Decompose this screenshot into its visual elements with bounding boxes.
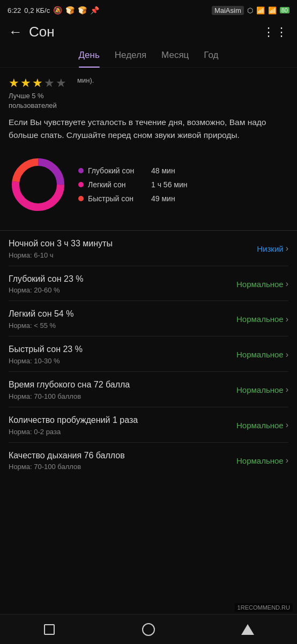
- tab-year[interactable]: Год: [204, 50, 218, 64]
- stat-title-light-sleep: Легкий сон 54 %: [9, 309, 236, 320]
- back-button[interactable]: ←: [9, 24, 23, 40]
- stat-title-breath-quality: Качество дыхания 76 баллов: [9, 450, 236, 462]
- stat-norm-light-sleep: Норма: < 55 %: [9, 321, 236, 330]
- stat-row-breath-quality[interactable]: Качество дыхания 76 баллов Норма: 70-100…: [9, 443, 288, 478]
- star-4: ★: [44, 76, 55, 90]
- stat-right-deep-sleep-time: Нормальное ›: [236, 385, 288, 394]
- nav-back-button[interactable]: [38, 618, 61, 641]
- dnd-icon: 🔕: [53, 6, 62, 14]
- star-rating: ★ ★ ★ ★ ★: [9, 76, 66, 90]
- stat-right-deep-sleep: Нормальное ›: [236, 279, 288, 289]
- donut-svg: [9, 155, 68, 214]
- light-sleep-label: Легкий сон: [88, 180, 147, 189]
- status-deep-sleep-time: Нормальное: [236, 385, 284, 394]
- deep-sleep-value: 48 мин: [151, 166, 175, 175]
- stat-left-night-sleep: Ночной сон 3 ч 33 минуты Норма: 6-10 ч: [9, 238, 257, 259]
- tab-week[interactable]: Неделя: [115, 50, 146, 64]
- star-5: ★: [56, 76, 66, 90]
- stat-norm-deep-sleep-time: Норма: 70-100 баллов: [9, 392, 236, 400]
- more-menu-button[interactable]: ⋮⋮: [263, 25, 288, 39]
- rem-sleep-value: 49 мин: [151, 194, 175, 203]
- app-bar: ← Сон ⋮⋮: [0, 19, 297, 45]
- stat-row-night-sleep[interactable]: Ночной сон 3 ч 33 минуты Норма: 6-10 ч Н…: [9, 231, 288, 266]
- stat-left-rem-sleep: Быстрый сон 23 % Норма: 10-30 %: [9, 344, 236, 365]
- status-deep-sleep: Нормальное: [236, 280, 284, 289]
- stat-norm-deep-sleep: Норма: 20-60 %: [9, 286, 236, 294]
- chevron-rem-sleep: ›: [286, 350, 288, 360]
- stat-title-deep-sleep: Глубокий сон 23 %: [9, 274, 236, 285]
- star-1: ★: [9, 76, 19, 90]
- stat-left-light-sleep: Легкий сон 54 % Норма: < 55 %: [9, 309, 236, 330]
- stat-right-rem-sleep: Нормальное ›: [236, 350, 288, 360]
- stat-row-awakenings[interactable]: Количество пробуждений 1 раза Норма: 0-2…: [9, 407, 288, 443]
- stat-row-deep-sleep-time[interactable]: Время глубокого сна 72 балла Норма: 70-1…: [9, 372, 288, 407]
- app-icon-2: 🍞: [78, 6, 87, 14]
- legend-item-rem: Быстрый сон 49 мин: [78, 194, 188, 203]
- chevron-night-sleep: ›: [286, 244, 288, 253]
- donut-chart: [9, 155, 68, 214]
- star-3: ★: [32, 76, 43, 90]
- stat-row-rem-sleep[interactable]: Быстрый сон 23 % Норма: 10-30 % Нормальн…: [9, 336, 288, 372]
- user-label: MaiAsim: [212, 6, 244, 15]
- bottom-padding: [0, 477, 297, 515]
- tab-month[interactable]: Месяц: [161, 50, 189, 64]
- light-sleep-value: 1 ч 56 мин: [151, 180, 188, 189]
- stat-title-awakenings: Количество пробуждений 1 раза: [9, 415, 236, 426]
- stat-row-deep-sleep[interactable]: Глубокий сон 23 % Норма: 20-60 % Нормаль…: [9, 266, 288, 302]
- nav-recent-button[interactable]: [236, 618, 259, 641]
- rem-sleep-label: Быстрый сон: [88, 194, 147, 203]
- stat-title-deep-sleep-time: Время глубокого сна 72 балла: [9, 379, 236, 391]
- status-breath-quality: Нормальное: [236, 456, 284, 465]
- chevron-breath-quality: ›: [286, 456, 288, 465]
- stat-left-deep-sleep-time: Время глубокого сна 72 балла Норма: 70-1…: [9, 379, 236, 400]
- legend-item-light: Легкий сон 1 ч 56 мин: [78, 180, 188, 189]
- stars-suffix: мин).: [77, 76, 94, 84]
- stat-title-night-sleep: Ночной сон 3 ч 33 минуты: [9, 238, 257, 250]
- stat-left-awakenings: Количество пробуждений 1 раза Норма: 0-2…: [9, 415, 236, 436]
- battery-icon: 80: [280, 7, 289, 13]
- main-content: ★ ★ ★ ★ ★ Лучше 5 %пользователей мин). Е…: [0, 68, 297, 477]
- signal-icon: 📶: [256, 6, 265, 14]
- nav-circle-icon: [142, 623, 155, 636]
- stat-norm-breath-quality: Норма: 70-100 баллов: [9, 463, 236, 471]
- tab-day[interactable]: День: [79, 50, 100, 64]
- stat-title-rem-sleep: Быстрый сон 23 %: [9, 344, 236, 355]
- network-speed: 0,2 КБ/с: [24, 6, 50, 14]
- sleep-chart-section: Глубокий сон 48 мин Легкий сон 1 ч 56 ми…: [9, 151, 288, 218]
- status-awakenings: Нормальное: [236, 421, 284, 430]
- bottom-nav: [0, 614, 297, 644]
- tabs-bar: День Неделя Месяц Год: [0, 45, 297, 68]
- nav-home-button[interactable]: [137, 618, 160, 641]
- advice-text: Если Вы чувствуете усталость в течение д…: [9, 116, 288, 141]
- deep-sleep-dot: [78, 168, 84, 173]
- stat-norm-rem-sleep: Норма: 10-30 %: [9, 357, 236, 365]
- nav-triangle-icon: [241, 624, 254, 635]
- chevron-light-sleep: ›: [286, 314, 288, 324]
- stat-norm-awakenings: Норма: 0-2 раза: [9, 428, 236, 436]
- status-rem-sleep: Нормальное: [236, 350, 284, 359]
- chevron-awakenings: ›: [286, 420, 288, 430]
- stat-left-deep-sleep: Глубокий сон 23 % Норма: 20-60 %: [9, 274, 236, 295]
- deep-sleep-label: Глубокий сон: [88, 166, 147, 175]
- star-2: ★: [20, 76, 31, 90]
- stat-right-night-sleep: Низкий ›: [257, 244, 288, 253]
- nav-square-icon: [44, 624, 55, 635]
- legend-item-deep: Глубокий сон 48 мин: [78, 166, 188, 175]
- page-title: Сон: [29, 24, 55, 40]
- status-bar: 6:22 0,2 КБ/с 🔕 🍞 🍞 📌 MaiAsim ⬡ 📶 📶 80: [0, 0, 297, 19]
- chevron-deep-sleep: ›: [286, 279, 288, 289]
- stat-norm-night-sleep: Норма: 6-10 ч: [9, 251, 257, 259]
- app-icon-3: 📌: [90, 6, 99, 14]
- stat-row-light-sleep[interactable]: Легкий сон 54 % Норма: < 55 % Нормальное…: [9, 301, 288, 336]
- status-right: MaiAsim ⬡ 📶 📶 80: [212, 6, 289, 15]
- watermark: 1RECOMMEND.RU: [235, 603, 293, 612]
- light-sleep-dot: [78, 182, 84, 187]
- app-icon-1: 🍞: [65, 6, 75, 14]
- time: 6:22: [8, 6, 21, 14]
- chevron-deep-sleep-time: ›: [286, 385, 288, 394]
- stars-section: ★ ★ ★ ★ ★ Лучше 5 %пользователей: [9, 76, 66, 111]
- wifi-icon: 📶: [268, 6, 277, 14]
- stat-right-light-sleep: Нормальное ›: [236, 314, 288, 324]
- status-light-sleep: Нормальное: [236, 314, 284, 324]
- status-night-sleep: Низкий: [257, 244, 283, 253]
